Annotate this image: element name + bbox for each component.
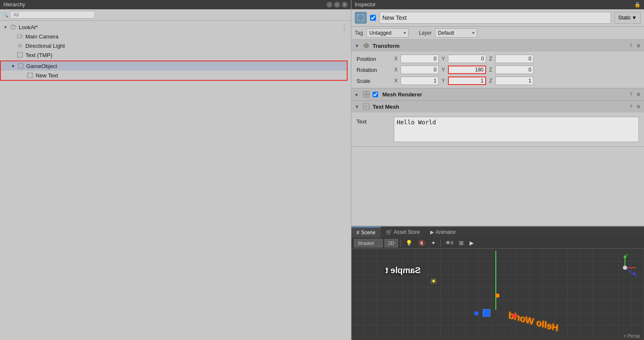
mesh-renderer-header[interactable]: Mesh Renderer ? ⚙ — [351, 88, 644, 100]
scene-view[interactable]: ☀ Sample t Hello World y — [351, 249, 644, 340]
scale-row: Scale X Y Z — [351, 75, 644, 86]
gameobject-icon — [17, 62, 25, 70]
static-label: Static — [618, 15, 631, 21]
2d-button[interactable]: 2D — [384, 239, 398, 247]
tag-layer-row: Tag Untagged ▼ Layer Default ▼ — [351, 27, 644, 40]
gameobject-label: GameObject — [26, 63, 57, 69]
active-checkbox-wrap — [370, 15, 376, 21]
header-buttons: – □ × — [326, 2, 348, 8]
tag-dropdown[interactable]: Untagged ▼ — [366, 28, 409, 38]
position-row: Position X Y Z — [351, 53, 644, 64]
text-value-textarea[interactable]: Hello World — [394, 117, 639, 142]
rot-x-input[interactable] — [401, 66, 439, 74]
tab-asset-store[interactable]: 🛒 Asset Store — [381, 227, 425, 238]
svg-line-18 — [19, 67, 20, 68]
tab-scene[interactable]: # Scene — [351, 227, 381, 238]
2d-label: 2D — [388, 241, 394, 246]
hierarchy-item-main-camera[interactable]: Main Camera — [0, 32, 351, 41]
pos-z-label: Z — [488, 56, 494, 62]
pos-z-input[interactable] — [495, 55, 533, 63]
rot-z-input[interactable] — [495, 66, 533, 74]
rotation-xyz: X Y Z — [393, 66, 639, 74]
pos-x-input[interactable] — [401, 55, 439, 63]
inspector-body: Static ▼ Tag Untagged ▼ Layer Default ▼ — [351, 9, 644, 226]
scene-gizmo[interactable]: y z — [610, 253, 640, 282]
hierarchy-root[interactable]: ▼ LookAt* ⋮ — [0, 22, 351, 32]
shading-label: Shaded — [358, 241, 374, 246]
scene-panel: # Scene 🛒 Asset Store ▶ Animator Shaded … — [351, 226, 644, 340]
tab-animator[interactable]: ▶ Animator — [425, 227, 461, 238]
close-btn[interactable]: × — [342, 2, 348, 8]
active-checkbox[interactable] — [370, 15, 376, 21]
scene-toolbar: Shaded ▼ 2D 💡 🔇 ✦ 👁 0 ⊞ ▶ — [351, 238, 644, 249]
red-box-selection: ▼ GameObject — [0, 60, 348, 81]
rotation-row: Rotation X Y Z — [351, 64, 644, 75]
text-field-label: Text — [357, 117, 390, 125]
scene-tab-label: Scene — [361, 230, 376, 236]
svg-rect-34 — [363, 91, 366, 94]
hidden-count: 0 — [451, 241, 453, 245]
lighting-toggle[interactable]: 💡 — [404, 239, 415, 247]
mesh-renderer-help-icon[interactable]: ? — [630, 92, 632, 97]
text-mesh-menu-icon[interactable]: ⚙ — [636, 104, 641, 110]
text-field-row: Text Hello World — [351, 114, 644, 145]
mesh-renderer-menu-icon[interactable]: ⚙ — [636, 92, 641, 97]
svg-marker-4 — [21, 35, 22, 38]
hierarchy-header: Hierarchy – □ × — [0, 0, 351, 9]
shading-dropdown[interactable]: Shaded ▼ — [354, 239, 383, 247]
text-mesh-help-icon[interactable]: ? — [630, 104, 632, 109]
svg-line-21 — [28, 73, 29, 74]
search-input[interactable] — [10, 11, 95, 19]
scale-x-label: X — [393, 78, 399, 84]
layer-dropdown[interactable]: Default ▼ — [435, 28, 477, 38]
hierarchy-item-gameobject[interactable]: ▼ GameObject — [1, 61, 347, 71]
rot-z-label: Z — [488, 67, 494, 73]
scale-y-input[interactable] — [448, 77, 486, 85]
grid-toggle[interactable]: ⊞ — [457, 239, 466, 247]
y-axis-line — [495, 251, 496, 310]
svg-point-33 — [366, 45, 367, 47]
scene-tab-icon: # — [357, 230, 359, 236]
svg-line-24 — [31, 76, 32, 77]
scale-x-input[interactable] — [401, 77, 439, 85]
scale-z-input[interactable] — [495, 77, 533, 85]
svg-text:z: z — [636, 274, 638, 278]
hierarchy-content: ▼ LookAt* ⋮ — [0, 21, 351, 340]
minimize-btn[interactable]: – — [326, 2, 332, 8]
svg-line-11 — [18, 53, 19, 54]
text-mesh-header[interactable]: T Text Mesh ? ⚙ — [351, 101, 644, 112]
audio-toggle[interactable]: 🔇 — [416, 239, 427, 247]
hierarchy-item-new-text[interactable]: New Text — [1, 71, 347, 80]
text-mesh-arrow — [355, 104, 360, 109]
text-tmp-label: Text (TMP) — [25, 52, 53, 58]
orange-handle — [495, 293, 500, 298]
rot-y-input[interactable] — [448, 66, 486, 74]
transform-header[interactable]: Transform ? ⚙ — [351, 40, 644, 52]
inspector-panel: Inspector 🔒 — [351, 0, 644, 340]
directional-light-label: Directional Light — [25, 43, 65, 49]
static-button[interactable]: Static ▼ — [614, 12, 641, 24]
svg-line-12 — [21, 53, 22, 54]
scale-z-label: Z — [488, 78, 494, 84]
hierarchy-item-directional-light[interactable]: Directional Light — [0, 41, 351, 50]
fx-toggle[interactable]: ✦ — [429, 239, 438, 247]
transform-help-icon[interactable]: ? — [630, 43, 632, 48]
rotation-label: Rotation — [357, 67, 390, 73]
pos-y-input[interactable] — [448, 55, 486, 63]
more-options-icon[interactable]: ⋮ — [341, 23, 348, 31]
mesh-renderer-arrow — [355, 92, 360, 97]
mesh-renderer-checkbox[interactable] — [373, 92, 378, 97]
transform-collapse-arrow — [355, 44, 360, 48]
hierarchy-panel: Hierarchy – □ × 🔍 ▼ — [0, 0, 351, 340]
transform-menu-icon[interactable]: ⚙ — [636, 43, 641, 49]
object-name-input[interactable] — [379, 12, 611, 24]
light-icon — [16, 42, 24, 49]
hidden-icon: 👁 — [445, 240, 451, 246]
root-icon — [9, 23, 17, 31]
maximize-btn[interactable]: □ — [334, 2, 340, 8]
hierarchy-item-text-tmp[interactable]: Text (TMP) — [0, 50, 351, 60]
gizmo-toggle[interactable]: ▶ — [467, 239, 476, 247]
hidden-toggle[interactable]: 👁 0 — [443, 239, 456, 247]
layer-dropdown-arrow: ▼ — [471, 31, 475, 35]
lock-icon[interactable]: 🔒 — [634, 2, 641, 8]
